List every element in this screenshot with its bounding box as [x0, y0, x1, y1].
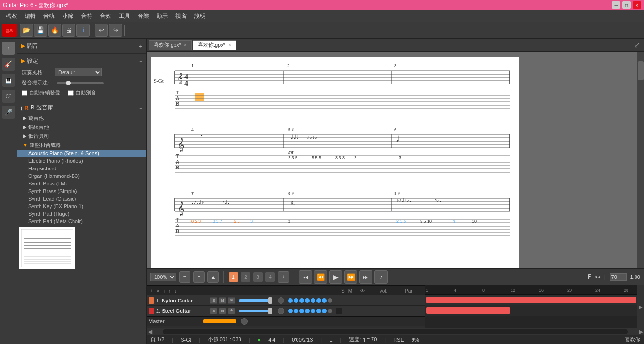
tuning-add-btn[interactable]: +: [139, 42, 142, 50]
goto-start-btn[interactable]: ⏮: [299, 270, 312, 284]
tab-2-close[interactable]: ×: [228, 42, 231, 48]
scroll-left-btn[interactable]: ◀: [147, 329, 153, 334]
fx-dot-t2-5[interactable]: [311, 309, 315, 313]
tempo-input[interactable]: [610, 273, 627, 281]
track-2-name[interactable]: 2. Steel Guitar: [156, 308, 208, 314]
track-2-s-btn[interactable]: S: [210, 308, 217, 314]
lib-collapse-btn[interactable]: −: [139, 105, 142, 111]
track-1-vol-slider[interactable]: [239, 299, 272, 302]
auto-silence-checkbox[interactable]: [68, 90, 74, 96]
fx-dot-t2-1[interactable]: [288, 309, 293, 313]
minimize-btn[interactable]: ─: [612, 1, 620, 9]
toolbar-save-btn[interactable]: 💾: [34, 24, 47, 37]
menu-display[interactable]: 顯示: [153, 11, 172, 21]
menu-track[interactable]: 音軌: [40, 11, 58, 21]
toolbar-burn-btn[interactable]: 🔥: [48, 24, 61, 37]
tab-1-close[interactable]: ×: [184, 42, 187, 48]
track-2-pan-knob[interactable]: [278, 308, 284, 314]
remove-track-btn[interactable]: ×: [157, 288, 160, 294]
menu-sound[interactable]: 音效: [96, 11, 115, 21]
bottom-scroll[interactable]: ◀ ▶: [147, 328, 644, 335]
master-vol-bar[interactable]: [203, 319, 236, 323]
fx-dot-6[interactable]: [316, 298, 321, 303]
lib-cat-keyboard[interactable]: ▼ 鍵盤和合成器: [17, 141, 146, 150]
track-1-vol-thumb[interactable]: [268, 297, 272, 304]
fx-dot-t2-8[interactable]: [328, 309, 332, 313]
timeline-scroll-right[interactable]: ▶: [637, 285, 644, 328]
menu-edit[interactable]: 編輯: [21, 11, 40, 21]
fx-dot-5[interactable]: [311, 298, 315, 303]
lib-cat-bass[interactable]: ▶ 低音貝司: [17, 132, 146, 141]
menu-file[interactable]: 檔案: [2, 11, 21, 21]
track-2-eye-btn[interactable]: 👁: [228, 308, 235, 314]
tab-expand-btn[interactable]: ⤢: [632, 41, 642, 50]
notation-slider[interactable]: [57, 82, 104, 84]
master-pan-knob[interactable]: [241, 318, 248, 325]
scrollbar-thumb[interactable]: [638, 61, 644, 80]
lib-cat-guitar1[interactable]: ▶ 葛吉他: [17, 114, 146, 123]
tab-1[interactable]: 喜欢你.gpx* ×: [149, 40, 192, 50]
track-2-timeline[interactable]: [425, 305, 637, 316]
track-info-btn[interactable]: i: [164, 288, 165, 294]
lib-sub-synth-lead[interactable]: Synth Lead (Classic): [17, 195, 146, 202]
track-1-pan-knob[interactable]: [278, 297, 284, 304]
score-area[interactable]: S-Gt 𝄞 4 4 1: [147, 52, 637, 268]
maximize-btn[interactable]: □: [622, 1, 631, 9]
track-down-btn[interactable]: ↓: [174, 288, 177, 294]
left-icon-mic[interactable]: 🎤: [2, 106, 15, 119]
track-2-m-btn[interactable]: M: [219, 308, 226, 314]
metronome-btn[interactable]: ♩: [278, 271, 289, 283]
menu-help[interactable]: 說明: [190, 11, 209, 21]
beat-btn-4[interactable]: 4: [265, 272, 275, 282]
track-2-vol-slider[interactable]: [239, 310, 272, 312]
menu-bar-item[interactable]: 小節: [58, 11, 77, 21]
track-1-m-btn[interactable]: M: [219, 297, 226, 304]
fx-dot-t2-7[interactable]: [322, 309, 327, 313]
fx-dot-3[interactable]: [299, 298, 304, 303]
track-2-vol-thumb[interactable]: [268, 308, 272, 314]
fx-dot-t2-6[interactable]: [316, 309, 321, 313]
zoom-select[interactable]: 100%: [150, 273, 176, 281]
score-scrollbar[interactable]: [637, 52, 644, 268]
goto-end-btn[interactable]: ⏭: [359, 270, 372, 284]
menu-music[interactable]: 音樂: [134, 11, 153, 21]
beat-btn-2[interactable]: 2: [241, 272, 250, 282]
lib-sub-synth-pad-huge[interactable]: Synth Pad (Huge): [17, 210, 146, 218]
auto-feedback-checkbox[interactable]: [22, 90, 27, 96]
tab-2[interactable]: 喜欢你.gpx* ×: [193, 40, 236, 50]
close-btn[interactable]: ✕: [633, 1, 641, 9]
track-1-eye-btn[interactable]: 👁: [228, 297, 235, 304]
menu-tool[interactable]: 工具: [115, 11, 134, 21]
track-1-name[interactable]: 1. Nylon Guitar: [156, 298, 208, 303]
settings-collapse-btn[interactable]: −: [139, 58, 142, 65]
menu-window[interactable]: 視窗: [172, 11, 190, 21]
toolbar-print-btn[interactable]: 🖨: [62, 24, 75, 37]
add-track-btn[interactable]: +: [150, 288, 153, 294]
lib-sub-synth-bass[interactable]: Synth Bass (FM): [17, 180, 146, 187]
fx-dot-t2-3[interactable]: [299, 309, 304, 313]
fx-dot-t2-2[interactable]: [294, 309, 298, 313]
play-btn[interactable]: ▶: [329, 270, 342, 284]
lib-sub-synth-key[interactable]: Synth Key (DX Piano 1): [17, 202, 146, 210]
fx-dot-1[interactable]: [288, 298, 293, 303]
fx-dot-8[interactable]: [328, 298, 332, 303]
play-style-select[interactable]: Default: [55, 68, 102, 76]
beat-btn-1[interactable]: 1: [229, 272, 238, 282]
track-up-btn[interactable]: ↑: [168, 288, 171, 294]
toolbar-undo-btn[interactable]: ↩: [95, 24, 108, 37]
left-icon-guitar[interactable]: 🎸: [2, 58, 15, 71]
fx-dot-4[interactable]: [305, 298, 310, 303]
menu-note[interactable]: 音符: [77, 11, 96, 21]
page-up-btn[interactable]: ▲: [207, 271, 219, 283]
nav-next-btn[interactable]: ≡: [193, 271, 205, 283]
fx-dot-7[interactable]: [322, 298, 327, 303]
lib-sub-harpsichord[interactable]: Harpsichord: [17, 165, 146, 172]
beat-btn-3[interactable]: 3: [253, 272, 263, 282]
toolbar-redo-btn[interactable]: ↪: [109, 24, 122, 37]
toolbar-info-btn[interactable]: ℹ: [76, 24, 90, 37]
lib-sub-synth-brass[interactable]: Synth Brass (Simple): [17, 187, 146, 195]
scroll-track[interactable]: [163, 329, 628, 334]
nav-prev-btn[interactable]: ≡: [179, 271, 190, 283]
tuning-header[interactable]: ▶調音 +: [20, 41, 143, 51]
settings-header[interactable]: ▶設定 −: [20, 56, 143, 67]
